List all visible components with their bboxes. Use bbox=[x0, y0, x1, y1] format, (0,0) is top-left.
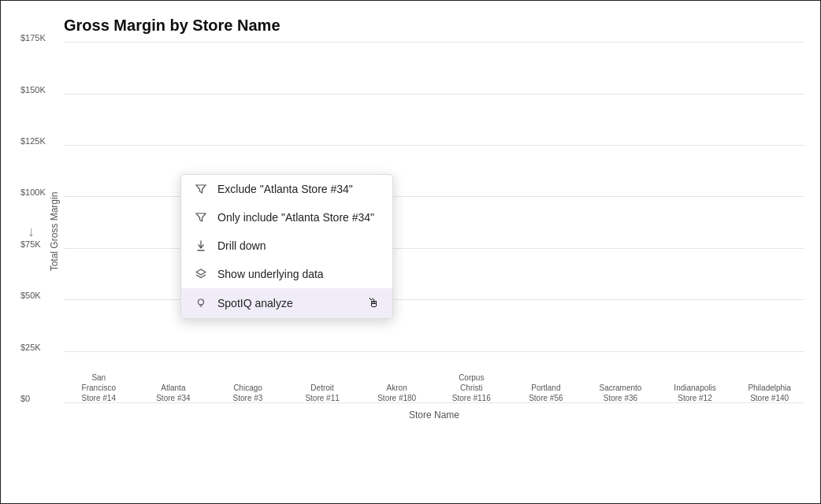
bar-label-atlanta: Atlanta Store #34 bbox=[156, 383, 190, 403]
bar-label-chicago: Chicago Store #3 bbox=[233, 383, 263, 403]
grid-label-150k: $150K bbox=[20, 85, 46, 94]
bars-wrapper: San Francisco Store #14 Atlanta Store #3… bbox=[64, 43, 804, 403]
grid-label-25k: $25K bbox=[20, 343, 41, 352]
y-axis-label: Total Gross Margin bbox=[49, 192, 60, 272]
chart-title: Gross Margin by Store Name bbox=[64, 17, 804, 35]
bar-label-indianapolis: Indianapolis Store #12 bbox=[674, 383, 715, 403]
context-menu: Exclude "Atlanta Store #34" Only include… bbox=[180, 174, 393, 319]
bar-group-5: Corpus Christi Store #116 bbox=[437, 369, 507, 403]
svg-point-1 bbox=[199, 299, 204, 305]
y-axis-arrow: ↓ bbox=[28, 224, 35, 240]
bar-group-3: Detroit Store #11 bbox=[288, 379, 358, 403]
cursor-icon: 🖱 bbox=[367, 296, 380, 310]
grid-label-125k: $125K bbox=[20, 136, 46, 146]
menu-label-spotiq: SpotIQ analyze bbox=[217, 297, 293, 309]
menu-item-drill-down[interactable]: Drill down bbox=[181, 232, 392, 260]
bar-label-sf: San Francisco Store #14 bbox=[82, 372, 116, 403]
bulb-icon bbox=[194, 298, 208, 309]
bar-group-8: Indianapolis Store #12 bbox=[660, 379, 730, 403]
grid-label-175k: $175K bbox=[20, 33, 46, 43]
grid-label-100k: $100K bbox=[20, 187, 46, 197]
bar-label-philadelphia: Philadelphia Store #140 bbox=[748, 383, 791, 403]
menu-label-show-data: Show underlying data bbox=[217, 268, 324, 280]
bar-group-0: San Francisco Store #14 bbox=[64, 369, 134, 403]
bar-label-sacramento: Sacramento Store #36 bbox=[599, 383, 641, 403]
grid-and-bars: $175K $150K $125K $100K $75K $50K bbox=[64, 43, 804, 403]
menu-label-exclude: Exclude "Atlanta Store #34" bbox=[217, 183, 353, 195]
bar-group-4: Akron Store #180 bbox=[362, 379, 432, 403]
menu-item-exclude[interactable]: Exclude "Atlanta Store #34" bbox=[181, 175, 392, 203]
menu-item-show-data[interactable]: Show underlying data bbox=[181, 260, 392, 288]
grid-label-0: $0 bbox=[20, 394, 30, 403]
menu-label-drill-down: Drill down bbox=[217, 239, 266, 252]
bar-group-2: Chicago Store #3 bbox=[213, 379, 283, 403]
chart-container: Gross Margin by Store Name Total Gross M… bbox=[0, 0, 821, 504]
bar-group-6: Portland Store #56 bbox=[511, 379, 581, 403]
bar-label-corpus: Corpus Christi Store #116 bbox=[452, 372, 491, 403]
bar-label-portland: Portland Store #56 bbox=[529, 383, 563, 403]
bar-group-1: Atlanta Store #34 bbox=[139, 379, 209, 403]
menu-label-only-include: Only include "Atlanta Store #34" bbox=[217, 211, 374, 224]
menu-item-spotiq[interactable]: SpotIQ analyze 🖱 bbox=[181, 288, 392, 318]
filter-icon-include bbox=[194, 212, 208, 223]
layers-icon bbox=[194, 269, 208, 280]
bar-label-akron: Akron Store #180 bbox=[377, 383, 416, 403]
bar-group-7: Sacramento Store #36 bbox=[585, 379, 656, 403]
menu-item-only-include[interactable]: Only include "Atlanta Store #34" bbox=[181, 203, 392, 232]
filter-icon-exclude bbox=[194, 183, 208, 195]
bar-group-9: Philadelphia Store #140 bbox=[734, 379, 804, 403]
chart-area: Total Gross Margin ↓ $175K $150K $125K $… bbox=[64, 43, 804, 421]
bar-label-detroit: Detroit Store #11 bbox=[305, 383, 339, 403]
grid-label-50k: $50K bbox=[20, 291, 41, 300]
drill-icon bbox=[194, 240, 208, 251]
x-axis-label: Store Name bbox=[64, 410, 804, 421]
